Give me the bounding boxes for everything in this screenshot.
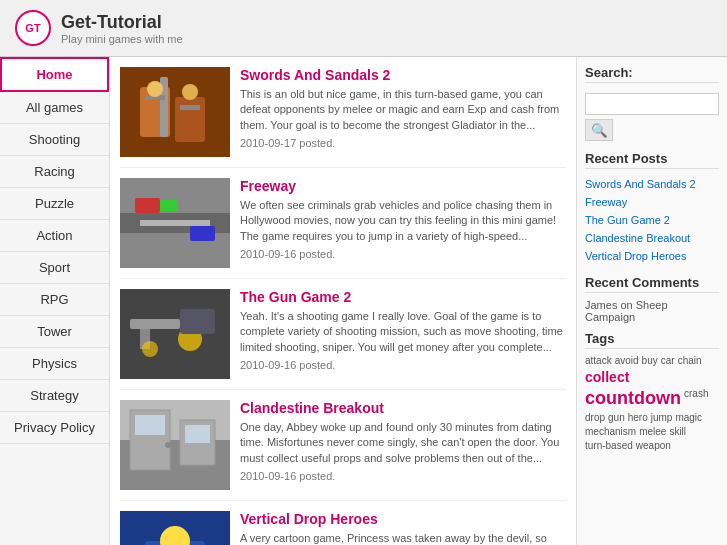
tag-15[interactable]: skill (669, 426, 686, 437)
sidebar-item-shooting[interactable]: Shooting (0, 124, 109, 156)
game-desc-1: We often see criminals grab vehicles and… (240, 198, 566, 244)
tag-9[interactable]: gun (608, 412, 625, 423)
svg-rect-11 (135, 198, 160, 213)
game-info-4: Vertical Drop Heroes A very cartoon game… (240, 511, 566, 545)
tag-1[interactable]: avoid (615, 355, 639, 366)
svg-point-18 (142, 341, 158, 357)
game-title-4[interactable]: Vertical Drop Heroes (240, 511, 566, 527)
recent-posts-list: Swords And Sandals 2 Freeway The Gun Gam… (585, 175, 719, 265)
recent-posts-label: Recent Posts (585, 151, 719, 169)
game-info-2: The Gun Game 2 Yeah. It's a shooting gam… (240, 289, 566, 379)
sidebar-item-sport[interactable]: Sport (0, 252, 109, 284)
svg-rect-23 (135, 415, 165, 435)
game-thumb-img-3 (120, 400, 230, 490)
game-thumb-1[interactable] (120, 178, 230, 268)
svg-rect-13 (160, 200, 178, 212)
site-logo-text: Get-Tutorial Play mini games with me (61, 12, 183, 45)
game-thumb-0[interactable] (120, 67, 230, 157)
recent-post-link-0[interactable]: Swords And Sandals 2 (585, 178, 696, 190)
game-thumb-img-4 (120, 511, 230, 545)
search-label: Search: (585, 65, 719, 83)
main-layout: Home All games Shooting Racing Puzzle Ac… (0, 57, 727, 545)
tag-16[interactable]: turn-based (585, 440, 633, 451)
recent-comments-label: Recent Comments (585, 275, 719, 293)
sidebar-item-strategy[interactable]: Strategy (0, 380, 109, 412)
game-info-1: Freeway We often see criminals grab vehi… (240, 178, 566, 268)
search-widget: Search: 🔍 (585, 65, 719, 141)
tags-widget: Tags attack avoid buy car chain collect … (585, 331, 719, 451)
tag-6[interactable]: countdown (585, 388, 681, 409)
game-card-3: Clandestine Breakout One day, Abbey woke… (120, 400, 566, 501)
sidebar-item-rpg[interactable]: RPG (0, 284, 109, 316)
game-card-2: The Gun Game 2 Yeah. It's a shooting gam… (120, 289, 566, 390)
recent-post-1: Freeway (585, 193, 719, 211)
recent-post-link-4[interactable]: Vertical Drop Heroes (585, 250, 687, 262)
game-desc-2: Yeah. It's a shooting game I really love… (240, 309, 566, 355)
svg-point-26 (165, 442, 171, 448)
recent-comments-widget: Recent Comments James on Sheep Campaign (585, 275, 719, 323)
svg-rect-14 (120, 289, 230, 379)
tag-14[interactable]: melee (639, 426, 666, 437)
game-thumb-2[interactable] (120, 289, 230, 379)
game-date-3: 2010-09-16 posted. (240, 470, 566, 482)
tag-5[interactable]: collect (585, 369, 629, 385)
game-desc-4: A very cartoon game, Princess was taken … (240, 531, 566, 545)
tag-3[interactable]: car (661, 355, 675, 366)
recent-post-link-1[interactable]: Freeway (585, 196, 627, 208)
recent-post-link-2[interactable]: The Gun Game 2 (585, 214, 670, 226)
sidebar-item-home[interactable]: Home (0, 57, 109, 92)
game-title-3[interactable]: Clandestine Breakout (240, 400, 566, 416)
sidebar-item-physics[interactable]: Physics (0, 348, 109, 380)
svg-rect-5 (180, 105, 200, 110)
search-button[interactable]: 🔍 (585, 119, 613, 141)
tag-11[interactable]: jump (651, 412, 673, 423)
site-logo-icon (15, 10, 51, 46)
game-thumb-3[interactable] (120, 400, 230, 490)
recent-post-4: Vertical Drop Heroes (585, 247, 719, 265)
tag-17[interactable]: weapon (636, 440, 671, 451)
game-title-2[interactable]: The Gun Game 2 (240, 289, 566, 305)
game-card-0: Swords And Sandals 2 This is an old but … (120, 67, 566, 168)
svg-rect-15 (130, 319, 180, 329)
tag-8[interactable]: drop (585, 412, 605, 423)
recent-posts-widget: Recent Posts Swords And Sandals 2 Freewa… (585, 151, 719, 265)
tag-2[interactable]: buy (642, 355, 658, 366)
svg-rect-2 (175, 97, 205, 142)
game-info-3: Clandestine Breakout One day, Abbey woke… (240, 400, 566, 490)
game-desc-3: One day, Abbey woke up and found only 30… (240, 420, 566, 466)
game-thumb-img-0 (120, 67, 230, 157)
tag-13[interactable]: mechanism (585, 426, 636, 437)
game-desc-0: This is an old but nice game, in this tu… (240, 87, 566, 133)
game-title-1[interactable]: Freeway (240, 178, 566, 194)
game-card-4: Vertical Drop Heroes A very cartoon game… (120, 511, 566, 545)
sidebar-item-privacy[interactable]: Privacy Policy (0, 412, 109, 444)
game-info-0: Swords And Sandals 2 This is an old but … (240, 67, 566, 157)
sidebar-item-allgames[interactable]: All games (0, 92, 109, 124)
main-content: Swords And Sandals 2 This is an old but … (110, 57, 577, 545)
sidebar-item-puzzle[interactable]: Puzzle (0, 188, 109, 220)
recent-post-0: Swords And Sandals 2 (585, 175, 719, 193)
sidebar-item-racing[interactable]: Racing (0, 156, 109, 188)
game-title-0[interactable]: Swords And Sandals 2 (240, 67, 566, 83)
svg-rect-12 (190, 226, 215, 241)
game-date-1: 2010-09-16 posted. (240, 248, 566, 260)
sidebar-item-tower[interactable]: Tower (0, 316, 109, 348)
search-input[interactable] (585, 93, 719, 115)
game-date-2: 2010-09-16 posted. (240, 359, 566, 371)
sidebar-item-action[interactable]: Action (0, 220, 109, 252)
tags-label: Tags (585, 331, 719, 349)
svg-point-6 (147, 81, 163, 97)
tag-0[interactable]: attack (585, 355, 612, 366)
tag-7[interactable]: crash (684, 388, 708, 409)
tag-12[interactable]: magic (675, 412, 702, 423)
tags-container: attack avoid buy car chain collect count… (585, 355, 719, 451)
svg-point-7 (182, 84, 198, 100)
recent-post-3: Clandestine Breakout (585, 229, 719, 247)
comment-item-0: James on Sheep Campaign (585, 299, 719, 323)
tag-4[interactable]: chain (678, 355, 702, 366)
recent-post-link-3[interactable]: Clandestine Breakout (585, 232, 690, 244)
game-thumb-img-1 (120, 178, 230, 268)
game-thumb-4[interactable] (120, 511, 230, 545)
game-thumb-img-2 (120, 289, 230, 379)
tag-10[interactable]: hero (628, 412, 648, 423)
